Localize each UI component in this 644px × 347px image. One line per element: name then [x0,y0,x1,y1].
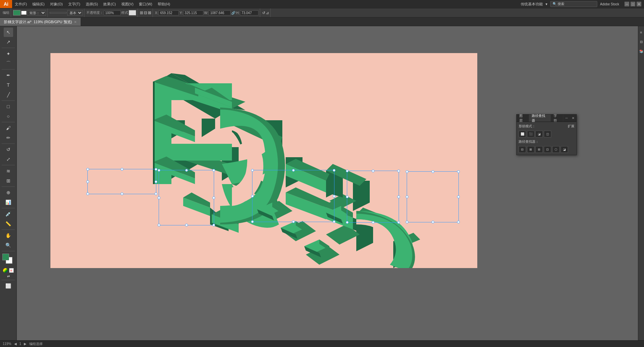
properties-panel-icon[interactable]: ≡ [637,28,644,37]
handle-ml-2[interactable] [158,197,160,199]
handle-mr-2[interactable] [212,197,215,199]
layers-panel-icon[interactable]: ⊟ [637,37,644,46]
stroke-dropdown[interactable]: 基本 [67,10,83,16]
maximize-button[interactable]: □ [631,2,635,6]
tool-pen[interactable]: ✒ [4,71,13,80]
handle-tl-4[interactable] [346,170,349,172]
pathfinder-crop-btn[interactable]: ⊡ [544,146,551,153]
stroke-swatch[interactable] [21,11,27,15]
tool-lasso[interactable]: ⌒ [4,59,13,68]
panel-tab-character[interactable]: 字符 [551,115,563,122]
align-v-icon[interactable]: ⊠ [148,10,151,15]
handle-br-1[interactable] [155,192,157,195]
handle-ml-5[interactable] [406,196,408,198]
menu-effect[interactable]: 效果(C) [100,0,118,8]
none-icon[interactable]: ⊘ [9,268,14,273]
expand-button[interactable]: 扩展 [568,124,574,129]
tool-scale[interactable]: ⤢ [4,155,13,164]
menu-edit[interactable]: 编辑(E) [30,0,47,8]
fill-type-dropdown[interactable]: 矩形： [27,10,46,16]
tool-artboard[interactable]: ⬜ [4,281,13,291]
handle-br-3[interactable] [333,220,335,223]
opacity-input[interactable] [104,10,121,15]
minimize-button[interactable]: ─ [625,2,629,6]
tool-type[interactable]: T [4,80,13,90]
menu-select[interactable]: 选择(S) [83,0,101,8]
handle-br-5[interactable] [457,221,460,223]
tab-close-button[interactable]: ✕ [74,20,77,24]
rotate-icon[interactable]: ↺ [262,11,265,15]
tool-direct-select[interactable]: ↗ [4,37,13,47]
swap-colors-icon[interactable]: ⇄ [7,274,10,278]
panel-close-button[interactable]: ✕ [570,116,576,120]
color-icon[interactable] [3,268,8,273]
handle-br-2[interactable] [212,224,215,226]
handle-mr-3[interactable] [333,195,335,198]
pathfinder-merge-btn[interactable]: ⊞ [535,146,543,153]
tool-free-transform[interactable]: ⊞ [4,176,13,185]
x-input[interactable] [159,10,179,15]
nav-prev-btn[interactable]: ◀ [14,342,17,346]
tool-chart[interactable]: 📊 [4,198,13,207]
pathfinder-divide-btn[interactable]: ⊟ [519,146,526,153]
handle-tc-1[interactable] [121,168,123,171]
tool-ellipse[interactable]: ○ [4,112,13,121]
active-tab[interactable]: 阶梯文字设计.ai* 119% (RGB/GPU 预览) ✕ [0,18,81,26]
handle-tr-2[interactable] [212,169,215,172]
tool-zoom[interactable]: 🔍 [4,241,13,250]
link-icon[interactable]: 🔗 [231,11,235,15]
tool-select[interactable]: ↖ [4,28,13,37]
handle-bl-4[interactable] [346,221,349,224]
shape-unite-btn[interactable]: ⬜ [519,131,526,137]
panel-tab-pathfinder[interactable]: 路径查找器 [529,115,551,122]
handle-tc-4[interactable] [372,170,374,172]
search-box[interactable]: 🔍 搜索 [550,1,597,7]
libraries-panel-icon[interactable]: 📚 [637,46,644,56]
handle-tc-2[interactable] [185,169,188,172]
handle-bl-5[interactable] [406,221,408,223]
style-swatch[interactable] [129,10,136,15]
w-input[interactable] [209,10,231,15]
h-input[interactable] [240,10,258,15]
close-button[interactable]: ✕ [637,2,641,6]
handle-tl-3[interactable] [251,169,254,172]
fill-swatch[interactable] [13,10,21,15]
fill-color-swatch[interactable] [2,254,9,260]
menu-object[interactable]: 对象(O) [47,0,66,8]
handle-tc-5[interactable] [432,170,434,173]
handle-tr-1[interactable] [155,168,157,171]
tool-shape-builder[interactable]: ⊕ [4,188,13,197]
handle-mr-5[interactable] [457,196,460,198]
tool-warp[interactable]: ≋ [4,166,13,176]
shape-exclude-btn[interactable]: ◫ [544,131,551,137]
pathfinder-minus-back-btn[interactable]: ◪ [561,146,568,153]
tool-paintbrush[interactable]: 🖌 [4,123,13,133]
shape-intersect-btn[interactable]: ◪ [535,131,543,137]
handle-mr-4[interactable] [397,196,400,198]
menu-window[interactable]: 窗口(W) [136,0,155,8]
handle-ml-3[interactable] [251,195,254,198]
pathfinder-outline-btn[interactable]: ⬡ [552,146,560,153]
handle-bc-3[interactable] [292,220,295,223]
handle-ml-4[interactable] [346,196,349,198]
handle-bc-1[interactable] [121,192,123,195]
y-input[interactable] [183,10,203,15]
handle-bc-5[interactable] [432,221,434,223]
tool-pencil[interactable]: ✏ [4,133,13,142]
shape-minus-btn[interactable]: ⬛ [527,131,534,137]
menu-help[interactable]: 帮助(H) [155,0,173,8]
shear-icon[interactable]: ⊿ [266,11,269,15]
tool-eyedropper[interactable]: 💉 [4,209,13,219]
handle-bc-4[interactable] [372,221,374,224]
handle-tr-5[interactable] [457,170,460,173]
handle-tr-4[interactable] [397,170,400,172]
panel-collapse-button[interactable]: ─ [563,116,570,120]
menu-view[interactable]: 视图(V) [119,0,136,8]
handle-tc-3[interactable] [292,169,295,172]
panel-tab-layers[interactable]: 图层 [517,115,529,122]
align-icon[interactable]: ⊞ [140,10,143,15]
tool-magic-wand[interactable]: ✦ [4,49,13,58]
menu-type[interactable]: 文字(T) [66,0,83,8]
handle-tl-1[interactable] [86,168,89,171]
align-h-icon[interactable]: ⊟ [144,10,147,15]
